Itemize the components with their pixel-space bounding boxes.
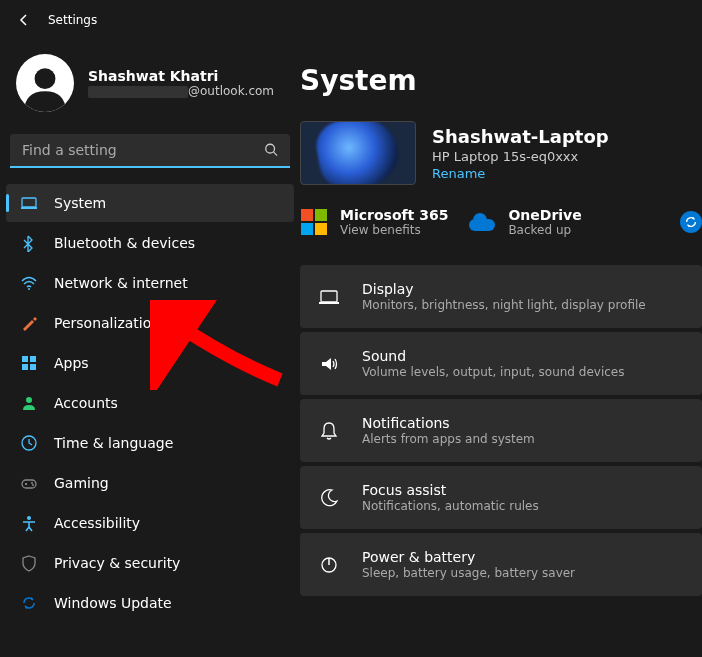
settings-card-notifications[interactable]: Notifications Alerts from apps and syste…	[300, 399, 702, 462]
display-icon	[20, 194, 38, 212]
nav-item-label: Accounts	[54, 395, 118, 411]
shield-icon	[20, 554, 38, 572]
nav-item-gaming[interactable]: Gaming	[6, 464, 294, 502]
svg-rect-7	[30, 356, 36, 362]
bluetooth-icon	[20, 234, 38, 252]
tile-title: Microsoft 365	[340, 207, 448, 223]
back-button[interactable]	[16, 12, 32, 28]
microsoft365-tile[interactable]: Microsoft 365 View benefits	[300, 207, 448, 237]
card-title: Notifications	[362, 415, 535, 431]
sync-status-icon[interactable]	[680, 211, 702, 233]
svg-rect-3	[22, 198, 36, 207]
device-desktop-image	[300, 121, 416, 185]
sound-icon	[318, 353, 340, 375]
focus-icon	[318, 487, 340, 509]
svg-rect-6	[22, 356, 28, 362]
svg-point-14	[32, 484, 34, 486]
access-icon	[20, 514, 38, 532]
settings-card-focus[interactable]: Focus assist Notifications, automatic ru…	[300, 466, 702, 529]
svg-point-15	[27, 516, 31, 520]
nav-item-privacy[interactable]: Privacy & security	[6, 544, 294, 582]
device-name: Shashwat-Laptop	[432, 126, 609, 147]
nav-item-label: Network & internet	[54, 275, 188, 291]
microsoft-logo-icon	[300, 208, 328, 236]
nav-item-label: Bluetooth & devices	[54, 235, 195, 251]
settings-card-sound[interactable]: Sound Volume levels, output, input, soun…	[300, 332, 702, 395]
tile-title: OneDrive	[508, 207, 581, 223]
card-title: Sound	[362, 348, 624, 364]
svg-rect-4	[21, 207, 37, 209]
svg-point-0	[35, 68, 56, 89]
clock-icon	[20, 434, 38, 452]
notifications-icon	[318, 420, 340, 442]
card-title: Power & battery	[362, 549, 575, 565]
nav-item-apps[interactable]: Apps	[6, 344, 294, 382]
app-title: Settings	[48, 13, 97, 27]
arrow-left-icon	[16, 12, 32, 28]
nav-item-label: System	[54, 195, 106, 211]
card-subtitle: Sleep, battery usage, battery saver	[362, 566, 575, 580]
nav-item-system[interactable]: System	[6, 184, 294, 222]
person-icon	[20, 394, 38, 412]
rename-link[interactable]: Rename	[432, 166, 609, 181]
nav-item-personalization[interactable]: Personalization	[6, 304, 294, 342]
card-title: Focus assist	[362, 482, 539, 498]
card-subtitle: Alerts from apps and system	[362, 432, 535, 446]
nav-item-update[interactable]: Windows Update	[6, 584, 294, 622]
nav-item-label: Gaming	[54, 475, 109, 491]
onedrive-tile[interactable]: OneDrive Backed up	[468, 207, 581, 237]
svg-rect-9	[30, 364, 36, 370]
card-subtitle: Volume levels, output, input, sound devi…	[362, 365, 624, 379]
nav-item-label: Apps	[54, 355, 89, 371]
svg-rect-12	[22, 480, 36, 488]
card-subtitle: Notifications, automatic rules	[362, 499, 539, 513]
page-title: System	[300, 64, 702, 97]
avatar	[16, 54, 74, 112]
nav-item-label: Privacy & security	[54, 555, 180, 571]
wifi-icon	[20, 274, 38, 292]
game-icon	[20, 474, 38, 492]
nav-item-time[interactable]: Time & language	[6, 424, 294, 462]
power-icon	[318, 554, 340, 576]
nav-item-accessibility[interactable]: Accessibility	[6, 504, 294, 542]
onedrive-cloud-icon	[468, 208, 496, 236]
settings-card-power[interactable]: Power & battery Sleep, battery usage, ba…	[300, 533, 702, 596]
tile-subtitle: Backed up	[508, 223, 581, 237]
card-title: Display	[362, 281, 646, 297]
svg-line-2	[274, 152, 278, 156]
device-model: HP Laptop 15s-eq0xxx	[432, 149, 609, 164]
nav-item-label: Accessibility	[54, 515, 140, 531]
svg-rect-8	[22, 364, 28, 370]
svg-rect-17	[319, 302, 339, 304]
person-icon	[20, 62, 70, 112]
nav-item-label: Personalization	[54, 315, 160, 331]
svg-rect-16	[321, 291, 337, 302]
search-input[interactable]	[10, 134, 290, 168]
grid-icon	[20, 354, 38, 372]
nav-item-network[interactable]: Network & internet	[6, 264, 294, 302]
brush-icon	[20, 314, 38, 332]
tile-subtitle: View benefits	[340, 223, 448, 237]
profile-name: Shashwat Khatri	[88, 68, 274, 84]
profile-email: @outlook.com	[88, 84, 274, 98]
settings-card-display[interactable]: Display Monitors, brightness, night ligh…	[300, 265, 702, 328]
search-box	[10, 134, 290, 168]
nav-item-label: Windows Update	[54, 595, 172, 611]
nav-item-accounts[interactable]: Accounts	[6, 384, 294, 422]
card-subtitle: Monitors, brightness, night light, displ…	[362, 298, 646, 312]
display-icon	[318, 286, 340, 308]
nav-item-label: Time & language	[54, 435, 173, 451]
svg-point-1	[266, 144, 275, 153]
profile-section[interactable]: Shashwat Khatri @outlook.com	[6, 48, 294, 130]
nav-item-bluetooth[interactable]: Bluetooth & devices	[6, 224, 294, 262]
search-icon	[264, 142, 278, 161]
svg-point-13	[31, 482, 33, 484]
svg-point-5	[28, 288, 30, 290]
svg-point-10	[26, 397, 32, 403]
sync-icon	[20, 594, 38, 612]
